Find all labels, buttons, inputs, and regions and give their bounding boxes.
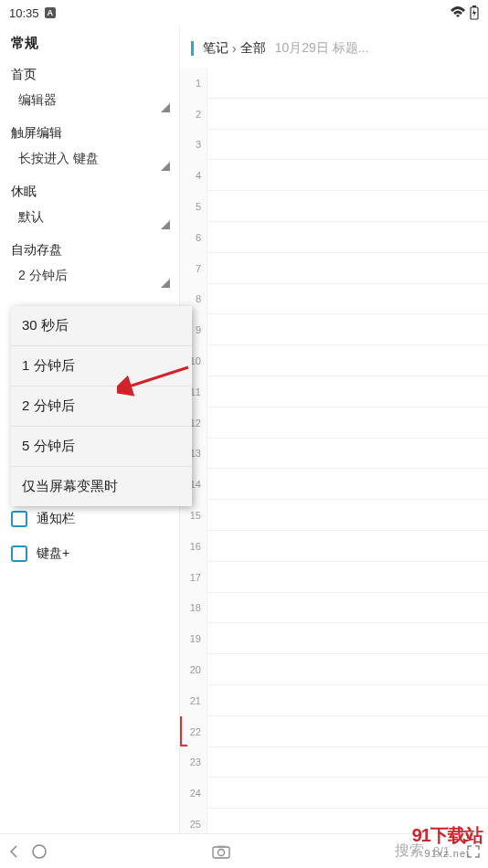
editor-line[interactable]: [207, 593, 488, 624]
checkbox-label: 通知栏: [37, 511, 75, 527]
gutter-line: 21: [180, 685, 207, 716]
breadcrumb[interactable]: 笔记 › 全部 10月29日 标题...: [180, 26, 488, 68]
svg-rect-6: [217, 845, 225, 848]
gutter-line: 20: [180, 654, 207, 685]
gutter-line: 16: [180, 531, 207, 562]
expand-icon[interactable]: [466, 844, 481, 859]
svg-point-5: [217, 849, 224, 855]
gutter-line: 2: [180, 99, 207, 130]
note-area[interactable]: 1234567891011121314151617181920212223242…: [180, 68, 488, 833]
dropdown-item[interactable]: 1 分钟后: [11, 346, 192, 386]
editor-line[interactable]: [207, 68, 488, 99]
spinner-touch[interactable]: 长按进入 键盘: [15, 145, 172, 173]
setting-label-sleep: 休眠: [0, 175, 179, 204]
editor-line[interactable]: [207, 130, 488, 161]
editor-line[interactable]: [207, 222, 488, 253]
editor-line[interactable]: [207, 716, 488, 747]
circle-icon[interactable]: [31, 843, 48, 860]
spinner-autosave[interactable]: 2 分钟后: [15, 262, 172, 290]
editor-line[interactable]: [207, 439, 488, 470]
gutter-line: 5: [180, 191, 207, 222]
gutter-line: 3: [180, 130, 207, 161]
gutter-line: 18: [180, 593, 207, 624]
back-icon[interactable]: [7, 844, 22, 859]
cursor-marker: [180, 716, 187, 746]
dropdown-item[interactable]: 5 分钟后: [11, 427, 192, 467]
editor-line[interactable]: [207, 160, 488, 191]
checkbox-icon: [11, 545, 27, 562]
editor-line[interactable]: [207, 623, 488, 654]
dropdown-item[interactable]: 2 分钟后: [11, 386, 192, 427]
autosave-dropdown[interactable]: 30 秒后1 分钟后2 分钟后5 分钟后仅当屏幕变黑时: [11, 306, 192, 506]
breadcrumb-marker: [191, 41, 194, 56]
setting-label-touch: 触屏编辑: [0, 116, 179, 145]
gutter-line: 17: [180, 562, 207, 593]
editor-line[interactable]: [207, 778, 488, 809]
gutter-line: 25: [180, 809, 207, 833]
checkbox-row-notification[interactable]: 通知栏: [0, 502, 179, 536]
editor-line[interactable]: [207, 284, 488, 315]
editor-line[interactable]: [207, 253, 488, 284]
editor-line[interactable]: [207, 376, 488, 408]
search-label[interactable]: 搜索: [395, 842, 424, 861]
spinner-home[interactable]: 编辑器: [15, 87, 172, 114]
section-title: 常规: [0, 26, 179, 58]
gutter-line: 4: [180, 160, 207, 191]
camera-icon[interactable]: [212, 844, 230, 859]
editor-line[interactable]: [207, 408, 488, 439]
setting-label-home: 首页: [0, 58, 179, 87]
editor-line[interactable]: [207, 809, 488, 833]
editor-line[interactable]: [207, 685, 488, 716]
battery-icon: [470, 5, 479, 20]
chevron-right-icon: ›: [232, 41, 237, 56]
editor-line[interactable]: [207, 191, 488, 222]
editor-line[interactable]: [207, 345, 488, 376]
bottom-toolbar: 搜索 8/1: [0, 833, 488, 868]
editor-line[interactable]: [207, 500, 488, 531]
page-indicator: 8/1: [433, 844, 450, 858]
gutter-line: 23: [180, 747, 207, 778]
editor-line[interactable]: [207, 531, 488, 562]
status-bar: 10:35 A: [0, 0, 488, 26]
editor-line[interactable]: [207, 747, 488, 778]
editor-line[interactable]: [207, 99, 488, 130]
gutter-line: 1: [180, 68, 207, 99]
checkbox-icon: [11, 511, 27, 527]
editor-content: 笔记 › 全部 10月29日 标题... 1234567891011121314…: [179, 26, 488, 833]
status-time: 10:35: [9, 6, 39, 20]
gutter-line: 24: [180, 778, 207, 809]
editor-lines[interactable]: [207, 68, 488, 833]
svg-rect-1: [472, 5, 476, 7]
breadcrumb-notes[interactable]: 笔记: [203, 40, 228, 57]
breadcrumb-all[interactable]: 全部: [240, 40, 266, 57]
spinner-sleep[interactable]: 默认: [15, 204, 172, 231]
badge-icon: A: [45, 7, 57, 18]
editor-line[interactable]: [207, 314, 488, 345]
wifi-icon: [450, 6, 466, 19]
dropdown-item[interactable]: 仅当屏幕变黑时: [11, 467, 192, 506]
dropdown-item[interactable]: 30 秒后: [11, 306, 192, 346]
svg-rect-4: [213, 847, 229, 858]
breadcrumb-info: 10月29日 标题...: [275, 40, 369, 57]
gutter-line: 19: [180, 623, 207, 654]
editor-line[interactable]: [207, 562, 488, 593]
editor-line[interactable]: [207, 654, 488, 685]
checkbox-label: 键盘+: [37, 545, 69, 562]
checkbox-row-keyboard[interactable]: 键盘+: [0, 536, 179, 571]
svg-point-3: [33, 845, 46, 858]
setting-label-autosave: 自动存盘: [0, 233, 179, 262]
editor-line[interactable]: [207, 469, 488, 500]
gutter-line: 6: [180, 222, 207, 253]
gutter-line: 7: [180, 253, 207, 284]
